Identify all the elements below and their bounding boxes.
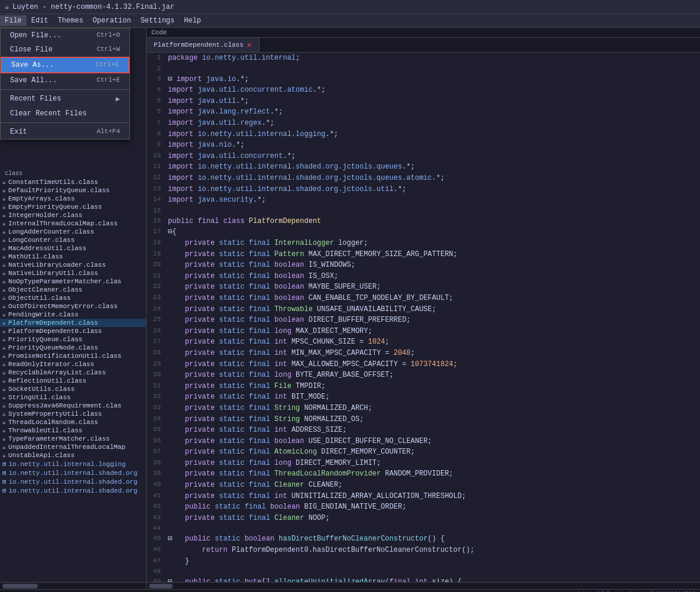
separator-1 [1,89,129,90]
code-hscrollbar[interactable] [147,582,700,589]
menu-settings[interactable]: Settings [136,15,180,26]
tree-item-LongAdderCounter[interactable]: ☕LongAdderCounter.class [0,228,146,236]
file-tree: class ☕ConstantTimeUtils.class ☕DefaultP… [0,167,146,495]
code-line-31: 31 private static final File TMPDIR; [147,381,700,392]
code-line-10: 10 import java.util.concurrent.*; [147,151,700,162]
save-as-shortcut: Ctrl+E [95,61,119,69]
java-icon: ☕ [2,195,6,202]
code-line-35: 35 private static final int ADDRESS_SIZE… [147,425,700,436]
tree-item-RecyclableArrayList[interactable]: ☕RecyclableArrayList.class [0,368,146,377]
code-hscroll-thumb[interactable] [149,584,173,588]
tree-item-PriorityQueueNode[interactable]: ☕PriorityQueueNode.class [0,344,146,352]
code-line-8: 8 import io.netty.util.internal.logging.… [147,129,700,140]
java-icon: ☕ [2,212,6,219]
menu-clear-recent[interactable]: Clear Recent Files [1,106,129,121]
tab-filename: PlatformDependent.class [154,41,244,48]
tree-item-UnpaddedInternal[interactable]: ☕UnpaddedInternalThreadLocalMap [0,443,146,451]
tree-item-UnstableApi[interactable]: ☕UnstableApi.class [0,451,146,460]
code-line-6: 6 import java.lang.reflect.*; [147,106,700,118]
menu-close-file[interactable]: Close File Ctrl+W [1,43,129,57]
code-line-30: 30 private static final long BYTE_ARRAY_… [147,370,700,381]
java-icon: ☕ [2,261,6,268]
menu-save-as[interactable]: Save As... Ctrl+E [1,57,129,73]
tree-item-ReflectionUtil[interactable]: ☕ReflectionUtil.class [0,377,146,385]
tree-item-MacAddressUtil[interactable]: ☕MacAddressUtil.class [0,244,146,253]
clear-recent-label: Clear Recent Files [10,109,87,118]
tree-item-EmptyArrays[interactable]: ☕EmptyArrays.class [0,195,146,203]
app-icon: ☕ [5,2,9,11]
menu-file[interactable]: File [0,15,27,26]
tree-item-NativeLibraryUtil[interactable]: ☕NativeLibraryUtil.class [0,269,146,277]
exit-shortcut: Alt+F4 [96,128,120,136]
tree-item-ObjectUtil[interactable]: ☕ObjectUtil.class [0,294,146,302]
save-all-shortcut: Ctrl+E [96,76,120,85]
code-line-24: 24 private static final Throwable UNSAFE… [147,304,700,315]
tree-scrollbar-thumb[interactable] [2,584,38,588]
java-icon: ☕ [2,444,6,451]
recent-files-arrow: ▶ [116,95,120,103]
tree-item-OutOfDirectMemoryError[interactable]: ☕OutOfDirectMemoryError.class [0,302,146,310]
menu-themes[interactable]: Themes [53,15,88,26]
tree-item-PlatformDependent[interactable]: ☕PlatformDependent.class [0,319,146,327]
tree-item-PendingWrite[interactable]: ☕PendingWrite.class [0,310,146,319]
menu-open-file[interactable]: Open File... Ctrl+O [1,28,129,43]
tree-item-IntegerHolder[interactable]: ☕IntegerHolder.class [0,211,146,219]
tree-item-MathUtil[interactable]: ☕MathUtil.class [0,253,146,261]
tree-item-ObjectCleaner[interactable]: ☕ObjectCleaner.class [0,286,146,294]
tree-item-LongCounter[interactable]: ☕LongCounter.class [0,236,146,244]
code-tab-platformdependent[interactable]: PlatformDependent.class ✕ [147,38,260,52]
tree-scrollbar[interactable] [0,582,146,589]
tree-item-SocketUtils[interactable]: ☕SocketUtils.class [0,385,146,393]
close-file-shortcut: Ctrl+W [96,46,120,54]
menu-operation[interactable]: Operation [88,15,136,26]
tree-item-ThreadLocalRandom[interactable]: ☕ThreadLocalRandom.class [0,418,146,426]
tree-item-pkg-shaded3[interactable]: ⊞ io.netty.util.internal.shaded.org [0,486,146,495]
java-icon: ☕ [2,253,6,260]
tree-item-ConstantTimeUtils[interactable]: ☕ConstantTimeUtils.class [0,178,146,186]
tree-item-ThrowableUtil[interactable]: ☕ThrowableUtil.class [0,426,146,435]
code-area[interactable]: 1 package io.netty.util.internal; 2 3 ⊟ … [147,53,700,582]
tree-item-EmptyPriorityQueue[interactable]: ☕EmptyPriorityQueue.class [0,203,146,211]
tree-item-NoOpTypeParameterMatcher[interactable]: ☕NoOpTypeParameterMatcher.clas [0,277,146,286]
java-icon: ☕ [2,344,6,351]
menu-save-all[interactable]: Save All... Ctrl+E [1,73,129,88]
tree-item-TypeParameterMatcher[interactable]: ☕TypeParameterMatcher.class [0,435,146,443]
code-line-20: 20 private static final boolean IS_WINDO… [147,260,700,271]
java-icon: ☕ [2,377,6,384]
menu-edit[interactable]: Edit [27,15,53,26]
code-line-12: 12 import io.netty.util.internal.shaded.… [147,173,700,184]
tree-item-PlatformDependent0[interactable]: ☕PlatformDependent0.class [0,327,146,335]
close-file-label: Close File [10,46,53,54]
exit-label: Exit [10,128,27,136]
tree-item-SuppressJava6[interactable]: ☕SuppressJava6Requirement.clas [0,402,146,410]
tree-item-NativeLibraryLoader[interactable]: ☕NativeLibraryLoader.class [0,261,146,269]
code-line-11: 11 import io.netty.util.internal.shaded.… [147,161,700,173]
tree-item-InternalThreadLocalMap[interactable]: ☕InternalThreadLocalMap.class [0,219,146,228]
menu-exit[interactable]: Exit Alt+F4 [1,125,129,139]
menu-help[interactable]: Help [179,15,206,26]
class-type-label: class [0,169,146,178]
tree-item-SystemPropertyUtil[interactable]: ☕SystemPropertyUtil.class [0,410,146,418]
main-layout: Open File... Ctrl+O Close File Ctrl+W Sa… [0,28,700,589]
tree-item-pkg-shaded1[interactable]: ⊞ io.netty.util.internal.shaded.org [0,468,146,477]
java-icon: ☕ [2,187,6,194]
tree-item-StringUtil[interactable]: ☕StringUtil.class [0,393,146,402]
code-line-18: 18 private static final InternalLogger l… [147,238,700,249]
java-icon: ☕ [2,179,6,186]
java-icon: ☕ [2,386,6,393]
tree-item-PromiseNotificationUtil[interactable]: ☕PromiseNotificationUtil.class [0,352,146,360]
code-panel-label: Code [147,28,700,38]
java-icon: ☕ [2,427,6,434]
java-icon: ☕ [2,452,6,459]
code-line-45: 45 ⊟ public static boolean hasDirectBuff… [147,533,700,545]
tree-item-PriorityQueue[interactable]: ☕PriorityQueue.class [0,335,146,344]
tree-item-pkg-shaded2[interactable]: ⊞ io.netty.util.internal.shaded.org [0,477,146,486]
tree-item-DefaultPriorityQueue[interactable]: ☕DefaultPriorityQueue.class [0,186,146,195]
tree-item-pkg-logging[interactable]: ⊞ io.netty.util.internal.logging [0,460,146,468]
tab-close-icon[interactable]: ✕ [247,40,252,50]
java-icon: ☕ [2,203,6,211]
java-icon: ☕ [2,286,6,293]
tree-item-ReadOnlyIterator[interactable]: ☕ReadOnlyIterator.class [0,360,146,368]
pkg-shaded3-label: io.netty.util.internal.shaded.org [9,487,138,494]
menu-recent-files[interactable]: Recent Files ▶ [1,92,129,106]
